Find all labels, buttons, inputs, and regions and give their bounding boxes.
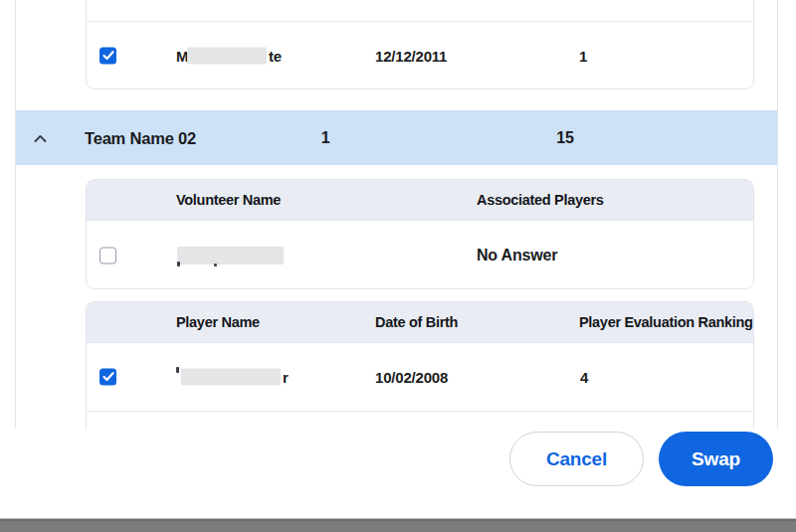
- row-checkbox[interactable]: [100, 48, 116, 65]
- col-date-of-birth: Date of Birth: [375, 302, 458, 343]
- dob-cell: 10/02/2008: [375, 369, 448, 386]
- row-checkbox[interactable]: [100, 247, 116, 264]
- team-header-row[interactable]: Team Name 02 1 15: [16, 110, 777, 165]
- team-volunteer-count: 1: [315, 129, 335, 147]
- name-fragment: te: [269, 48, 282, 65]
- checkmark-icon: [101, 50, 115, 63]
- roster-table-previous: M te 12/12/2011 1: [86, 0, 754, 89]
- table-row-partial: [87, 411, 753, 429]
- row-checkbox[interactable]: [100, 369, 116, 386]
- scroll-area[interactable]: M te 12/12/2011 1 Team Name 02 1 15 Volu…: [15, 0, 778, 429]
- cancel-button[interactable]: Cancel: [509, 432, 644, 486]
- taskbar: [0, 518, 796, 532]
- swap-button[interactable]: Swap: [659, 432, 773, 486]
- volunteer-table: Volunteer Name Associated Players No Ans…: [86, 179, 754, 289]
- table-row: M te 12/12/2011 1: [87, 21, 753, 89]
- associated-players-cell: No Answer: [477, 247, 557, 265]
- volunteer-table-header: Volunteer Name Associated Players: [87, 180, 753, 221]
- player-table: Player Name Date of Birth Player Evaluat…: [86, 301, 754, 429]
- player-row: r 10/02/2008 4: [87, 343, 753, 411]
- name-fragment-descender: [214, 264, 217, 266]
- redacted-name: [187, 48, 267, 65]
- rank-cell: 1: [573, 48, 593, 65]
- chevron-up-icon[interactable]: [34, 129, 47, 147]
- col-associated-players: Associated Players: [477, 180, 604, 221]
- col-player-evaluation-ranking: Player Evaluation Ranking: [579, 302, 753, 343]
- redacted-name: [177, 247, 284, 265]
- swap-dialog: M te 12/12/2011 1 Team Name 02 1 15 Volu…: [0, 0, 796, 532]
- volunteer-row: No Answer: [87, 221, 753, 289]
- redacted-name: [181, 369, 281, 386]
- name-fragment-descender: [177, 262, 180, 266]
- rank-cell: 4: [574, 369, 594, 386]
- name-fragment-ascender: [176, 367, 179, 373]
- col-player-name: Player Name: [176, 302, 260, 343]
- name-fragment: r: [283, 369, 289, 386]
- player-table-header: Player Name Date of Birth Player Evaluat…: [87, 302, 753, 343]
- checkmark-icon: [101, 371, 115, 384]
- dob-cell: 12/12/2011: [375, 48, 447, 65]
- col-volunteer-name: Volunteer Name: [176, 180, 281, 221]
- team-name: Team Name 02: [85, 128, 196, 147]
- team-player-count: 15: [550, 129, 580, 147]
